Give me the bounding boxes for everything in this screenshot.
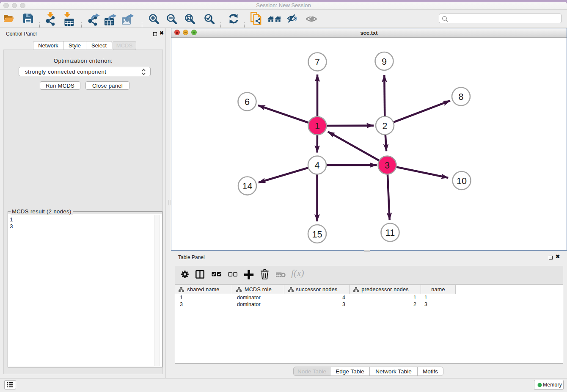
svg-text:15: 15 (312, 229, 322, 240)
svg-text:3: 3 (385, 160, 390, 171)
svg-text:9: 9 (382, 57, 387, 67)
svg-text:4: 4 (315, 160, 320, 171)
svg-text:6: 6 (245, 97, 250, 107)
svg-text:8: 8 (459, 92, 464, 102)
svg-text:14: 14 (242, 181, 253, 191)
svg-text:7: 7 (315, 57, 320, 67)
svg-text:10: 10 (457, 176, 467, 186)
svg-text:1: 1 (315, 121, 320, 131)
svg-text:11: 11 (385, 228, 395, 238)
svg-text:2: 2 (383, 121, 388, 131)
